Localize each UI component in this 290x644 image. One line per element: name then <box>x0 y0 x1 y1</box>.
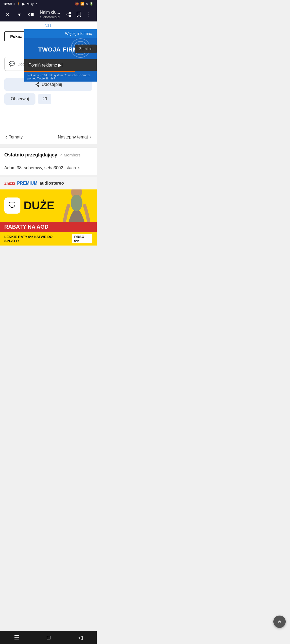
page-title: Naim clu... <box>40 10 60 15</box>
youtube-icon: ▶ <box>22 2 25 6</box>
svg-point-14 <box>38 85 39 87</box>
follow-area: Obserwuj 29 <box>4 93 92 105</box>
members-count-badge: 4 Members <box>60 153 81 157</box>
battery-icon: 🔋 <box>89 2 93 6</box>
reply-icon: 💬 <box>9 61 15 67</box>
facebook-icon:  <box>14 2 15 6</box>
dropdown-button[interactable]: ▾ <box>15 10 24 19</box>
ad-rekl-text: Reklama · 0:04 <box>27 74 47 77</box>
ad-more-info: Więcej informacji <box>65 31 93 36</box>
members-list: Adam 38, soberowy, seba3002, stach_s <box>0 161 97 175</box>
members-names: Adam 38, soberowy, seba3002, stach_s <box>4 166 80 170</box>
zamknij-button[interactable]: Zamknij <box>75 45 97 53</box>
small-text: LEKKIE RATY 0% ŁATWE DO SPŁATY! <box>4 235 68 243</box>
audio-stereo-label: audiostereo <box>39 181 64 186</box>
more-menu-button[interactable]: ⋮ <box>84 10 94 19</box>
status-time: 18:58 <box>3 2 12 6</box>
wifi-icon: 📶 <box>80 2 84 6</box>
right-arrow-icon: › <box>89 134 91 140</box>
follow-button[interactable]: Obserwuj <box>4 93 35 105</box>
svg-point-12 <box>38 83 39 84</box>
ad-bottom-text: Reklama · 0:04 Jak system Comarch ERP mo… <box>24 72 97 82</box>
price-text: RRSO 0% <box>72 234 92 243</box>
rabaty-text: RABATY NA AGD <box>4 224 48 230</box>
svg-point-5 <box>67 14 68 15</box>
main-content: 511 Pokaż Więcej informacji <box>0 21 97 144</box>
bell-muted-icon: 🔕 <box>75 2 79 6</box>
ad-bottom-bar: LEKKIE RATY 0% ŁATWE DO SPŁATY! RRSO 0% <box>0 232 97 246</box>
nav-links: ‹ Tematy Następny temat › <box>0 130 97 144</box>
yellow-ad-content: 🛡 DUŻE <box>0 189 97 222</box>
ad-overlay: Więcej informacji TWOJA FIRMA Pomiń rekl <box>24 29 97 82</box>
topics-nav-link[interactable]: ‹ Tematy <box>5 134 23 140</box>
svg-line-15 <box>37 85 38 86</box>
skip-label: Pomiń reklamę ▶| <box>28 63 63 68</box>
privacy-icon: ◎ <box>31 2 34 6</box>
premium-banner[interactable]: Zniżki PREMIUM audiostereo <box>0 177 97 189</box>
svg-point-0 <box>28 14 30 15</box>
signal-x-icon: ✕ <box>86 2 88 6</box>
svg-line-7 <box>68 15 70 16</box>
next-topic-nav-link[interactable]: Następny temat › <box>58 134 91 140</box>
red-banner: RABATY NA AGD <box>0 222 97 232</box>
dot-icon: • <box>36 2 37 6</box>
browser-nav-bar: × ▾ Naim clu... audiostereo.pl <box>0 8 97 21</box>
left-arrow-icon: ‹ <box>5 134 7 140</box>
recently-viewing-title: Ostatnio przeglądający <box>4 152 57 158</box>
reader-mode-button[interactable] <box>26 10 36 19</box>
svg-point-13 <box>35 84 37 85</box>
ad-overlay-top: Więcej informacji <box>24 29 97 38</box>
svg-line-16 <box>37 83 38 84</box>
recently-viewing-section: Ostatnio przeglądający 4 Members Adam 38… <box>0 148 97 175</box>
show-more-section: Pokaż Więcej informacji TWO <box>0 29 97 43</box>
divider <box>0 124 97 124</box>
status-bar: 18:58  🚶 ▶ M ◎ • 🔕 📶 ✕ 🔋 <box>0 0 97 8</box>
premium-label: PREMIUM <box>17 181 38 186</box>
share-label: Udostępnij <box>42 82 62 87</box>
shield-icon: 🛡 <box>8 201 16 210</box>
page-title-area: Naim clu... audiostereo.pl <box>38 10 62 19</box>
gmail-icon: M <box>27 2 30 6</box>
svg-line-8 <box>68 13 70 14</box>
topics-label: Tematy <box>9 135 23 140</box>
close-button[interactable]: × <box>3 10 12 19</box>
bookmark-button[interactable] <box>74 10 84 19</box>
share-button[interactable] <box>64 10 74 19</box>
svg-point-4 <box>70 12 71 14</box>
page-number: 511 <box>0 21 97 29</box>
svg-point-6 <box>70 15 71 17</box>
shield-icon-box: 🛡 <box>4 197 20 214</box>
ad-skip-button[interactable]: Pomiń reklamę ▶| <box>24 59 97 71</box>
spacer-area <box>0 108 97 119</box>
page-domain: audiostereo.pl <box>40 15 60 20</box>
yellow-ad-section: Ad ✕ 🛡 DUŻE R <box>0 189 97 246</box>
pedestrian-icon: 🚶 <box>16 2 21 6</box>
svg-point-18 <box>71 195 82 211</box>
follow-count: 29 <box>38 94 52 104</box>
next-topic-label: Następny temat <box>58 135 88 140</box>
discount-label: Zniżki <box>4 181 15 185</box>
recently-viewing-header: Ostatnio przeglądający 4 Members <box>0 148 97 161</box>
woman-figure <box>59 189 94 222</box>
